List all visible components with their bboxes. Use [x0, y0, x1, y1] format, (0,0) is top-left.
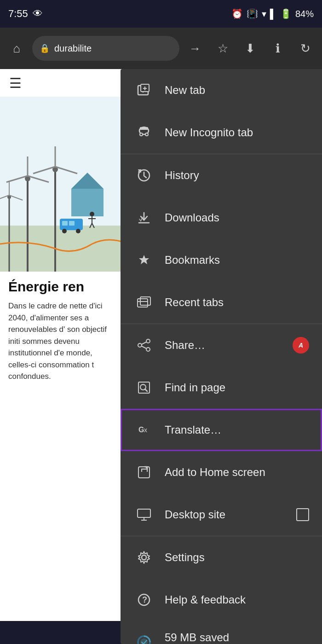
address-bar[interactable]: 🔒 durabilite — [32, 36, 179, 61]
page-illustration — [0, 97, 122, 272]
svg-rect-17 — [71, 189, 104, 216]
signal-icon: ▌ — [270, 9, 276, 19]
desktop-label: Desktop site — [165, 508, 296, 521]
status-right: ⏰ 📳 ▾ ▌ 🔋 84% — [231, 8, 314, 19]
forward-icon: → — [189, 41, 201, 56]
page-background: ☰ — [0, 69, 122, 644]
desktop-icon — [133, 504, 155, 525]
add-home-icon — [133, 462, 155, 483]
info-icon: ℹ — [276, 41, 280, 56]
downloads-icon — [133, 207, 155, 228]
svg-rect-1 — [0, 226, 122, 272]
svg-rect-25 — [62, 221, 68, 226]
translate-icon: G x — [133, 419, 155, 441]
svg-text:x: x — [144, 426, 147, 434]
svg-line-51 — [142, 342, 146, 344]
wifi-icon: ▾ — [262, 8, 266, 19]
svg-point-27 — [62, 229, 67, 233]
incognito-icon — [133, 122, 155, 143]
menu-item-help[interactable]: ? Help & feedback — [121, 579, 322, 621]
history-icon — [133, 165, 155, 186]
lock-icon: 🔒 — [40, 43, 50, 53]
desktop-checkbox[interactable] — [296, 508, 309, 521]
find-icon — [133, 377, 155, 398]
find-label: Find in page — [165, 381, 309, 394]
downloads-label: Downloads — [165, 211, 309, 224]
svg-rect-59 — [138, 467, 150, 478]
settings-label: Settings — [165, 551, 309, 564]
share-icon — [133, 335, 155, 356]
saved-info: 59 MB saved since 3 Jul — [165, 631, 229, 644]
translate-label: Translate… — [165, 424, 309, 436]
svg-rect-45 — [138, 299, 148, 307]
svg-point-19 — [90, 212, 94, 216]
menu-item-new-tab[interactable]: New tab — [121, 69, 322, 111]
svg-point-50 — [146, 348, 150, 351]
bookmark-button[interactable]: ☆ — [211, 36, 235, 60]
page-header: ☰ — [0, 69, 122, 97]
battery-percent: 84% — [295, 9, 314, 19]
menu-item-translate[interactable]: G x Translate… — [121, 409, 322, 451]
bookmark-icon: ☆ — [218, 41, 228, 56]
menu-item-share[interactable]: Share… A — [121, 324, 322, 366]
menu-item-history[interactable]: History — [121, 154, 322, 197]
recent-tabs-icon — [133, 292, 155, 313]
svg-point-40 — [146, 133, 148, 135]
settings-icon — [133, 547, 155, 568]
svg-rect-62 — [138, 509, 150, 517]
help-label: Help & feedback — [165, 593, 309, 606]
recent-tabs-label: Recent tabs — [165, 296, 309, 309]
incognito-label: New Incognito tab — [165, 126, 309, 139]
home-icon: ⌂ — [13, 41, 20, 56]
bookmarks-icon — [133, 249, 155, 271]
page-text: Énergie ren Dans le cadre de nette d'ici… — [0, 272, 122, 390]
dropdown-menu: New tab New Incognito tab Hist — [121, 69, 322, 644]
new-tab-label: New tab — [165, 84, 309, 97]
svg-point-28 — [76, 229, 80, 233]
new-tab-icon — [133, 80, 155, 101]
menu-item-downloads[interactable]: Downloads — [121, 197, 322, 239]
status-bar: 7:55 👁 ⏰ 📳 ▾ ▌ 🔋 84% — [0, 0, 322, 28]
status-left: 7:55 👁 — [8, 8, 43, 20]
download-icon: ⬇ — [245, 41, 255, 56]
menu-item-bookmarks[interactable]: Bookmarks — [121, 239, 322, 281]
hamburger-icon: ☰ — [9, 75, 22, 91]
svg-rect-26 — [69, 221, 75, 226]
adobe-badge: A — [293, 337, 309, 354]
history-label: History — [165, 169, 309, 182]
info-button[interactable]: ℹ — [266, 36, 290, 60]
download-button[interactable]: ⬇ — [238, 36, 262, 60]
menu-item-add-home[interactable]: Add to Home screen — [121, 451, 322, 493]
article-title: Énergie ren — [8, 279, 114, 295]
svg-point-65 — [142, 555, 146, 560]
refresh-icon: ↻ — [300, 41, 310, 56]
svg-point-39 — [140, 133, 142, 135]
svg-line-52 — [142, 346, 146, 348]
menu-item-recent-tabs[interactable]: Recent tabs — [121, 281, 322, 324]
home-button[interactable]: ⌂ — [5, 36, 29, 60]
svg-point-48 — [146, 339, 150, 343]
refresh-button[interactable]: ↻ — [293, 36, 317, 60]
saved-label: 59 MB saved — [165, 631, 229, 644]
help-icon: ? — [133, 589, 155, 610]
menu-item-find[interactable]: Find in page — [121, 366, 322, 409]
svg-point-49 — [138, 343, 142, 347]
svg-marker-44 — [139, 255, 149, 264]
add-home-label: Add to Home screen — [165, 466, 309, 479]
menu-item-saved[interactable]: 59 MB saved since 3 Jul — [121, 621, 322, 644]
alarm-icon: ⏰ — [231, 8, 243, 19]
bookmarks-label: Bookmarks — [165, 254, 309, 267]
url-text: durabilite — [54, 43, 92, 54]
saved-icon — [133, 632, 155, 644]
menu-item-incognito[interactable]: New Incognito tab — [121, 111, 322, 154]
svg-line-55 — [145, 389, 147, 391]
forward-button[interactable]: → — [183, 36, 207, 60]
share-label: Share… — [165, 339, 293, 352]
menu-item-desktop[interactable]: Desktop site — [121, 493, 322, 536]
svg-text:?: ? — [142, 595, 147, 604]
vibrate-icon: 📳 — [247, 8, 258, 19]
battery-icon: 🔋 — [280, 8, 292, 19]
menu-item-settings[interactable]: Settings — [121, 536, 322, 579]
svg-text:G: G — [138, 426, 144, 434]
svg-rect-38 — [140, 127, 148, 130]
